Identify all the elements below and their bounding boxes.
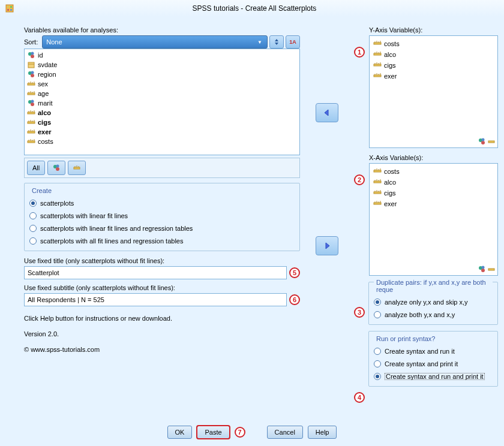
- radio-icon: [374, 299, 381, 306]
- callout-2: 2: [354, 174, 365, 185]
- variable-item[interactable]: alco: [26, 108, 298, 117]
- filter-all-button[interactable]: All: [27, 161, 45, 175]
- svg-point-24: [31, 103, 34, 106]
- axis-variable-item[interactable]: cigs: [372, 60, 495, 71]
- create-option[interactable]: scatterplots with linear fit lines and r…: [29, 225, 295, 232]
- axis-variable-item[interactable]: costs: [372, 38, 495, 49]
- variable-item[interactable]: cigs: [26, 117, 298, 127]
- axis-variable-item[interactable]: alco: [372, 177, 495, 188]
- create-option[interactable]: scatterplots: [29, 200, 295, 207]
- arrow-right-icon: [322, 242, 332, 250]
- variable-item[interactable]: age: [26, 89, 298, 98]
- radio-icon: [374, 348, 381, 355]
- scale-icon: [373, 50, 382, 59]
- arrow-left-icon: [322, 109, 332, 117]
- svg-rect-36: [28, 131, 35, 133]
- svg-rect-76: [488, 141, 494, 143]
- variable-item[interactable]: svdate: [26, 60, 298, 70]
- axis-variable-item[interactable]: cigs: [372, 188, 495, 198]
- svg-rect-4: [10, 9, 12, 11]
- variable-name: marit: [38, 100, 52, 107]
- filter-scale-button[interactable]: [68, 161, 86, 175]
- create-option[interactable]: scatterplots with all fit lines and regr…: [29, 237, 295, 245]
- run-option[interactable]: Create syntax and run it: [374, 348, 493, 355]
- svg-point-48: [56, 165, 59, 168]
- move-to-y-button[interactable]: [316, 103, 338, 122]
- radio-icon: [29, 225, 37, 232]
- titlebar: SPSS tutorials - Create All Scatterplots: [0, 0, 504, 17]
- radio-icon: [374, 373, 381, 380]
- callout-1: 1: [354, 47, 365, 58]
- variable-item[interactable]: sex: [26, 79, 298, 89]
- scale-icon: [373, 188, 382, 198]
- y-axis-label: Y-Axis Variable(s):: [369, 26, 498, 34]
- svg-point-75: [482, 138, 485, 141]
- svg-rect-0: [6, 5, 13, 12]
- radio-icon: [29, 200, 37, 207]
- axis-variable-item[interactable]: alco: [372, 49, 495, 60]
- scale-icon: [373, 177, 382, 187]
- radio-icon: [29, 212, 37, 219]
- run-option[interactable]: Create syntax and run and print it: [374, 373, 493, 380]
- variable-item[interactable]: id: [26, 50, 298, 60]
- duplicate-option[interactable]: analyze both y,x and x,y: [374, 311, 493, 318]
- x-axis-list[interactable]: costsalcocigsexer: [369, 163, 498, 276]
- app-icon: [5, 4, 14, 13]
- svg-point-7: [31, 52, 34, 55]
- available-label: Variables available for analyses:: [24, 26, 300, 34]
- svg-point-98: [481, 269, 485, 272]
- scale-icon: [27, 80, 35, 88]
- scale-icon: [27, 118, 35, 126]
- scale-icon: [73, 164, 81, 172]
- scale-icon: [27, 109, 35, 117]
- subtitle-input[interactable]: [24, 293, 287, 306]
- available-variables-list[interactable]: idsvdateregionsexagemaritalcocigsexercos…: [24, 49, 300, 155]
- svg-rect-13: [28, 83, 35, 85]
- variable-item[interactable]: marit: [26, 98, 298, 108]
- cancel-button[interactable]: Cancel: [267, 426, 303, 439]
- paste-button[interactable]: Paste: [197, 426, 229, 439]
- variable-name: exer: [38, 128, 52, 135]
- run-option[interactable]: Create syntax and print it: [374, 360, 493, 367]
- svg-rect-2: [10, 6, 12, 8]
- create-option-label: scatterplots: [40, 200, 74, 207]
- duplicate-fieldset: Duplicate pairs: if y,x and x,y are both…: [368, 282, 498, 325]
- move-to-x-button[interactable]: [316, 236, 338, 255]
- scale-icon: [373, 39, 382, 49]
- sort-alpha-button[interactable]: 1A: [286, 35, 300, 49]
- callout-4: 4: [354, 392, 365, 403]
- variable-item[interactable]: exer: [26, 127, 298, 137]
- sort-direction-button[interactable]: [269, 35, 284, 49]
- axis-variable-item[interactable]: exer: [372, 198, 495, 209]
- scale-icon: [487, 265, 496, 273]
- create-legend: Create: [29, 187, 54, 194]
- svg-rect-53: [374, 43, 381, 44]
- version-text: Version 2.0.: [24, 330, 300, 337]
- help-button[interactable]: Help: [308, 426, 337, 439]
- svg-rect-1: [7, 6, 9, 8]
- svg-rect-31: [28, 122, 35, 123]
- axis-variable-item[interactable]: exer: [372, 71, 495, 82]
- variable-item[interactable]: costs: [26, 137, 298, 146]
- variable-name: costs: [38, 138, 53, 145]
- duplicate-option[interactable]: analyze only y,x and skip x,y: [374, 299, 493, 306]
- run-fieldset: Run or print syntax? Create syntax and r…: [368, 331, 498, 387]
- svg-rect-63: [374, 64, 381, 66]
- radio-icon: [29, 237, 37, 245]
- sort-combo[interactable]: None: [42, 35, 268, 49]
- scale-icon: [373, 61, 382, 70]
- axis-variable-item[interactable]: costs: [372, 166, 495, 177]
- create-option[interactable]: scatterplots with linear fit lines: [29, 212, 295, 219]
- nominal-icon: [478, 137, 486, 146]
- callout-3: 3: [354, 307, 365, 318]
- scale-icon: [373, 71, 382, 81]
- title-input[interactable]: [24, 266, 287, 279]
- scale-icon: [373, 199, 382, 209]
- variable-name: region: [38, 71, 56, 78]
- y-axis-list[interactable]: costsalcocigsexer: [369, 35, 498, 148]
- variable-item[interactable]: region: [26, 70, 298, 79]
- svg-rect-8: [28, 62, 34, 68]
- nom-icon: [27, 51, 35, 59]
- ok-button[interactable]: OK: [167, 426, 193, 439]
- filter-nominal-button[interactable]: [47, 161, 65, 175]
